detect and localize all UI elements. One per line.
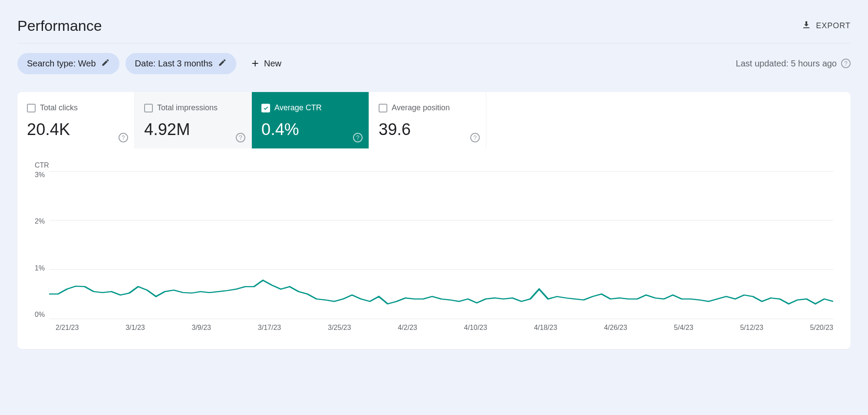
- y-tick: 2%: [35, 217, 45, 225]
- x-tick: 4/10/23: [464, 324, 487, 332]
- metric-impressions-value: 4.92M: [144, 120, 242, 139]
- metric-impressions[interactable]: Total impressions 4.92M ?: [135, 92, 252, 148]
- metric-impressions-label: Total impressions: [157, 103, 218, 112]
- download-icon: [801, 20, 812, 32]
- x-tick: 3/9/23: [192, 324, 211, 332]
- x-tick: 5/12/23: [740, 324, 763, 332]
- chip-new-label: New: [264, 59, 281, 69]
- x-tick: 3/17/23: [258, 324, 281, 332]
- x-tick: 3/1/23: [125, 324, 145, 332]
- export-label: EXPORT: [816, 21, 851, 30]
- chip-date-label: Date: Last 3 months: [135, 59, 213, 69]
- filters-row: Search type: Web Date: Last 3 months + N…: [17, 52, 851, 75]
- checkbox-icon: [379, 104, 387, 112]
- help-icon[interactable]: ?: [236, 133, 245, 142]
- x-tick: 4/18/23: [534, 324, 557, 332]
- metric-ctr-value: 0.4%: [261, 120, 359, 139]
- x-tick: 5/4/23: [674, 324, 693, 332]
- metric-clicks-label: Total clicks: [40, 103, 78, 112]
- x-tick: 2/21/23: [56, 324, 79, 332]
- y-tick: 3%: [35, 171, 45, 179]
- ctr-series-line: [49, 280, 833, 304]
- checkbox-icon: [27, 104, 36, 112]
- x-tick: 3/25/23: [328, 324, 351, 332]
- pencil-icon: [218, 58, 227, 69]
- chip-search-type[interactable]: Search type: Web: [17, 53, 119, 74]
- metric-position-label: Average position: [392, 103, 450, 112]
- metric-ctr[interactable]: Average CTR 0.4% ?: [252, 92, 369, 148]
- help-icon[interactable]: ?: [119, 133, 128, 142]
- export-button[interactable]: EXPORT: [801, 20, 851, 32]
- grid-line: [49, 319, 833, 319]
- chart-plot[interactable]: [49, 171, 833, 319]
- y-tick: 1%: [35, 264, 45, 272]
- x-tick: 5/20/23: [810, 324, 833, 332]
- chip-search-type-label: Search type: Web: [27, 59, 96, 69]
- last-updated-text: Last updated: 5 hours ago: [736, 59, 837, 69]
- plus-icon: +: [252, 57, 259, 69]
- checkbox-icon: [144, 104, 153, 112]
- pencil-icon: [101, 58, 110, 69]
- chip-new[interactable]: + New: [242, 52, 291, 75]
- page-title: Performance: [17, 17, 102, 34]
- performance-card: Total clicks 20.4K ? Total impressions 4…: [17, 92, 851, 349]
- metric-position-value: 39.6: [379, 120, 476, 139]
- x-tick: 4/2/23: [398, 324, 417, 332]
- help-icon[interactable]: ?: [353, 133, 363, 142]
- metric-tabs: Total clicks 20.4K ? Total impressions 4…: [17, 92, 851, 148]
- x-tick: 4/26/23: [604, 324, 627, 332]
- help-icon[interactable]: ?: [470, 133, 480, 142]
- page-header: Performance EXPORT: [17, 9, 851, 43]
- metric-ctr-label: Average CTR: [274, 103, 322, 112]
- metric-clicks[interactable]: Total clicks 20.4K ?: [17, 92, 135, 148]
- metric-clicks-value: 20.4K: [27, 120, 125, 139]
- chip-date[interactable]: Date: Last 3 months: [125, 53, 236, 74]
- page-root: Performance EXPORT Search type: Web Date…: [0, 0, 868, 358]
- chart-area: CTR 3% 2% 1% 0%: [17, 148, 851, 349]
- checkbox-checked-icon: [261, 104, 270, 112]
- y-tick: 0%: [35, 311, 45, 319]
- help-icon[interactable]: ?: [841, 59, 851, 68]
- filter-chips: Search type: Web Date: Last 3 months + N…: [17, 52, 291, 75]
- y-axis: 3% 2% 1% 0%: [35, 171, 49, 319]
- line-chart-svg: [49, 171, 833, 319]
- x-axis: 2/21/23 3/1/23 3/9/23 3/17/23 3/25/23 4/…: [35, 324, 833, 332]
- last-updated: Last updated: 5 hours ago ?: [736, 59, 851, 69]
- y-axis-title: CTR: [35, 161, 833, 169]
- metric-position[interactable]: Average position 39.6 ?: [369, 92, 486, 148]
